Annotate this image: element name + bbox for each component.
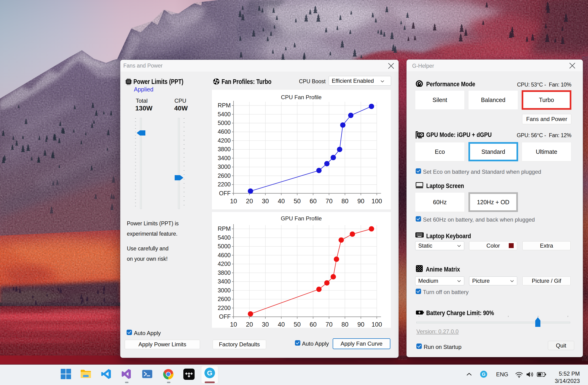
svg-text:90: 90: [357, 198, 364, 205]
svg-text:4200: 4200: [218, 260, 231, 267]
svg-text:5000: 5000: [218, 243, 231, 250]
svg-text:3800: 3800: [218, 146, 231, 152]
svg-text:30: 30: [262, 321, 269, 328]
svg-text:3800: 3800: [218, 269, 231, 276]
svg-text:50: 50: [294, 321, 301, 328]
svg-text:RPM: RPM: [218, 102, 231, 108]
svg-text:20: 20: [246, 321, 253, 328]
svg-text:3400: 3400: [218, 278, 231, 285]
svg-text:60: 60: [310, 198, 316, 205]
svg-text:70: 70: [325, 321, 333, 328]
svg-text:OFF: OFF: [219, 313, 231, 320]
svg-text:5000: 5000: [218, 120, 231, 126]
svg-text:80: 80: [341, 198, 348, 205]
svg-text:4200: 4200: [218, 137, 231, 144]
svg-text:RPM: RPM: [218, 225, 231, 232]
svg-text:80: 80: [341, 321, 348, 328]
svg-text:40: 40: [278, 321, 285, 328]
svg-text:2200: 2200: [218, 305, 231, 311]
svg-text:5400: 5400: [218, 234, 231, 241]
svg-text:100: 100: [372, 198, 382, 205]
svg-text:CPU Fan Profile: CPU Fan Profile: [281, 94, 321, 100]
svg-text:50: 50: [294, 198, 301, 205]
svg-text:3400: 3400: [218, 155, 231, 161]
svg-text:GPU Fan Profile: GPU Fan Profile: [281, 215, 322, 222]
svg-text:3000: 3000: [218, 287, 231, 294]
svg-text:40: 40: [278, 198, 285, 205]
svg-text:10: 10: [230, 321, 237, 328]
svg-text:OFF: OFF: [219, 190, 231, 196]
svg-text:10: 10: [230, 198, 237, 205]
svg-text:70: 70: [325, 198, 333, 205]
svg-text:4600: 4600: [218, 128, 231, 135]
svg-text:90: 90: [357, 321, 364, 328]
svg-text:2600: 2600: [218, 296, 231, 302]
svg-text:2600: 2600: [218, 172, 231, 179]
svg-text:20: 20: [246, 198, 253, 205]
svg-text:60: 60: [310, 321, 316, 328]
svg-text:30: 30: [262, 198, 269, 205]
svg-text:100: 100: [372, 321, 382, 328]
svg-text:3000: 3000: [218, 163, 231, 170]
svg-text:5400: 5400: [218, 111, 231, 117]
svg-text:4600: 4600: [218, 252, 231, 258]
svg-text:2200: 2200: [218, 181, 231, 188]
